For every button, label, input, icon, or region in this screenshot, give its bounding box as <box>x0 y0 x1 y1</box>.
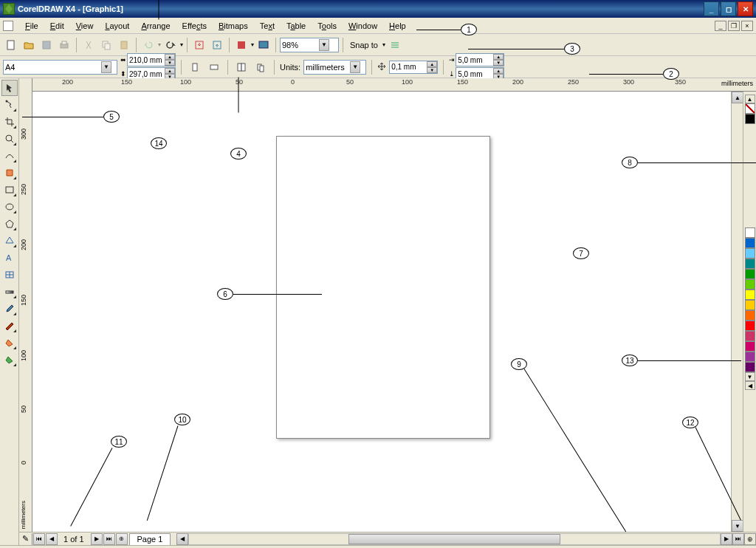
menu-window[interactable]: Window <box>343 20 383 32</box>
color-swatch[interactable] <box>745 258 755 269</box>
drawing-canvas[interactable] <box>32 92 731 532</box>
interactive-tool[interactable] <box>1 284 18 300</box>
import-button[interactable] <box>191 37 207 53</box>
add-page-icon[interactable]: ✎ <box>19 533 32 545</box>
zoom-tool[interactable] <box>1 131 18 147</box>
doc-close-button[interactable]: × <box>741 21 753 31</box>
color-swatch[interactable] <box>745 238 755 248</box>
first-page-button[interactable]: ⏮ <box>33 533 45 545</box>
color-swatch[interactable] <box>745 300 755 310</box>
menu-text[interactable]: Text <box>254 20 281 32</box>
print-button[interactable] <box>56 37 72 53</box>
ellipse-tool[interactable] <box>1 199 18 215</box>
rectangle-tool[interactable] <box>1 182 18 198</box>
color-swatch[interactable] <box>745 341 755 352</box>
ruler-origin[interactable] <box>19 78 32 92</box>
color-swatch[interactable] <box>745 114 755 124</box>
page-tab[interactable]: Page 1 <box>129 533 171 545</box>
all-pages-button[interactable] <box>233 59 250 75</box>
interactive-fill-tool[interactable] <box>1 352 18 368</box>
units-combo[interactable]: ▼ <box>303 60 366 75</box>
portrait-button[interactable] <box>187 59 203 75</box>
open-button[interactable] <box>21 37 37 53</box>
scroll-up-button[interactable]: ▲ <box>732 92 743 103</box>
dup-x-spin[interactable]: ▲▼ <box>456 53 504 66</box>
scroll-right-button[interactable]: ▶ <box>721 533 732 545</box>
add-page-button[interactable]: ⊕ <box>116 533 128 545</box>
color-swatch[interactable] <box>745 352 755 362</box>
cut-button[interactable] <box>80 37 97 53</box>
palette-flyout-button[interactable]: ◀ <box>745 381 755 390</box>
zoom-combo[interactable]: ▼ <box>280 38 339 52</box>
color-swatch[interactable] <box>745 248 755 258</box>
next-page-button[interactable]: ▶ <box>91 533 103 545</box>
color-swatch-none[interactable] <box>745 103 755 114</box>
menu-tools[interactable]: Tools <box>312 20 343 32</box>
polygon-tool[interactable] <box>1 216 18 232</box>
horizontal-ruler[interactable]: 200 150 100 50 0 50 100 150 200 250 300 … <box>19 78 756 92</box>
save-button[interactable] <box>38 37 55 53</box>
export-button[interactable] <box>209 37 225 53</box>
menu-view[interactable]: View <box>70 20 100 32</box>
color-swatch[interactable] <box>745 290 755 300</box>
navigator-button[interactable]: ⊕ <box>744 533 756 545</box>
color-swatch[interactable] <box>745 321 755 331</box>
app-launcher-button[interactable] <box>233 37 250 53</box>
page-width-spin[interactable]: ▲▼ <box>127 53 176 66</box>
text-tool[interactable]: A <box>1 250 18 266</box>
menu-arrange[interactable]: Arrange <box>135 20 176 32</box>
basic-shapes-tool[interactable] <box>1 233 18 249</box>
color-swatch[interactable] <box>745 362 755 372</box>
current-page-button[interactable] <box>252 59 269 75</box>
menu-help[interactable]: Help <box>383 20 412 32</box>
landscape-button[interactable] <box>206 59 222 75</box>
paper-size-combo[interactable]: ▼ <box>3 60 117 75</box>
table-tool[interactable] <box>1 267 18 283</box>
scroll-down-button[interactable]: ▼ <box>732 520 743 532</box>
outline-tool[interactable] <box>1 318 18 334</box>
color-swatch[interactable] <box>745 227 755 238</box>
snap-to-label[interactable]: Snap to <box>347 41 381 49</box>
undo-button[interactable] <box>140 37 157 53</box>
scroll-end-button[interactable]: ⏭ <box>732 533 744 545</box>
color-swatch[interactable] <box>745 269 755 279</box>
vertical-scrollbar[interactable]: ▲ ▼ <box>731 92 743 532</box>
freehand-tool[interactable] <box>1 148 18 164</box>
menu-file[interactable]: File <box>19 20 44 32</box>
eyedropper-tool[interactable] <box>1 301 18 317</box>
menu-bitmaps[interactable]: Bitmaps <box>213 20 254 32</box>
color-swatch[interactable] <box>745 331 755 341</box>
doc-restore-button[interactable]: ❐ <box>728 21 740 31</box>
horizontal-scrollbar[interactable]: ◀ ▶ ⏭ <box>176 533 744 545</box>
maximize-button[interactable]: ◻ <box>721 1 736 16</box>
copy-button[interactable] <box>98 37 114 53</box>
pick-tool[interactable] <box>1 80 18 96</box>
palette-up-button[interactable]: ▲ <box>745 95 755 103</box>
options-button[interactable] <box>387 37 403 53</box>
redo-button[interactable] <box>162 37 179 53</box>
menu-table[interactable]: Table <box>281 20 312 32</box>
smart-fill-tool[interactable] <box>1 165 18 181</box>
nudge-spin[interactable]: ▲▼ <box>389 61 438 74</box>
zoom-input[interactable] <box>282 41 319 49</box>
new-button[interactable] <box>3 37 19 53</box>
shape-tool[interactable] <box>1 97 18 113</box>
welcome-screen-button[interactable] <box>255 37 272 53</box>
fill-tool[interactable] <box>1 335 18 351</box>
paste-button[interactable] <box>116 37 132 53</box>
color-swatch[interactable] <box>745 310 755 321</box>
vertical-ruler[interactable]: 300 250 200 150 100 50 0 millimeters <box>19 92 32 532</box>
palette-down-button[interactable]: ▼ <box>745 372 755 381</box>
last-page-button[interactable]: ⏭ <box>103 533 115 545</box>
color-swatch[interactable] <box>745 279 755 290</box>
crop-tool[interactable] <box>1 114 18 130</box>
minimize-button[interactable]: _ <box>704 1 719 16</box>
doc-minimize-button[interactable]: _ <box>715 21 726 31</box>
menu-edit[interactable]: Edit <box>44 20 70 32</box>
units-input[interactable] <box>306 63 350 72</box>
close-button[interactable]: ✕ <box>738 1 753 16</box>
chevron-down-icon[interactable]: ▼ <box>319 39 329 51</box>
chevron-down-icon[interactable]: ▼ <box>101 61 111 73</box>
paper-size-input[interactable] <box>5 63 101 72</box>
prev-page-button[interactable]: ◀ <box>46 533 58 545</box>
